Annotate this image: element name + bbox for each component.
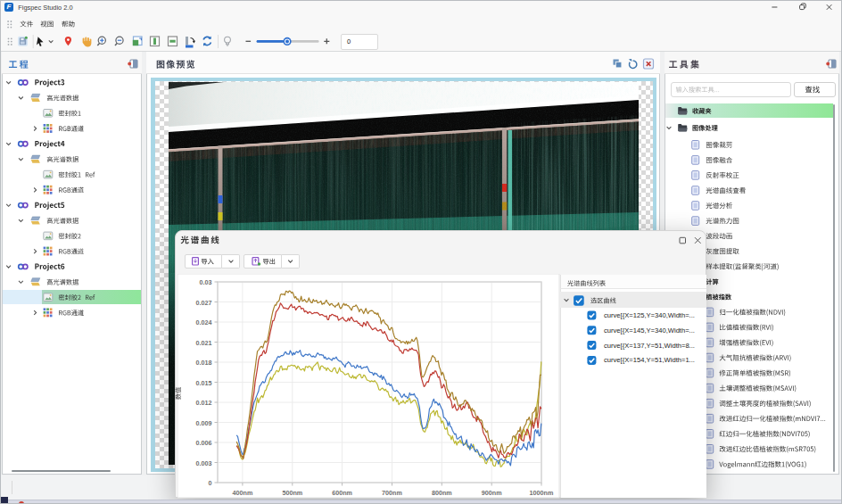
svg-text:0.012: 0.012 — [196, 399, 212, 407]
svg-text:500nm: 500nm — [282, 489, 302, 497]
svg-text:0.024: 0.024 — [196, 318, 212, 326]
svg-text:1000nm: 1000nm — [530, 489, 554, 497]
svg-text:0.006: 0.006 — [196, 439, 212, 447]
svg-text:0.03: 0.03 — [200, 278, 212, 286]
svg-text:0.009: 0.009 — [196, 419, 212, 427]
svg-text:0.018: 0.018 — [196, 359, 212, 367]
svg-text:800nm: 800nm — [432, 489, 452, 497]
svg-text:0: 0 — [209, 479, 212, 487]
svg-text:0.021: 0.021 — [196, 339, 212, 347]
svg-text:0.027: 0.027 — [196, 299, 212, 307]
svg-text:600nm: 600nm — [332, 489, 352, 497]
svg-text:0.003: 0.003 — [196, 459, 212, 467]
svg-text:900nm: 900nm — [482, 489, 502, 497]
svg-text:700nm: 700nm — [382, 489, 402, 497]
svg-text:400nm: 400nm — [233, 489, 253, 497]
svg-text:0.015: 0.015 — [196, 379, 212, 387]
